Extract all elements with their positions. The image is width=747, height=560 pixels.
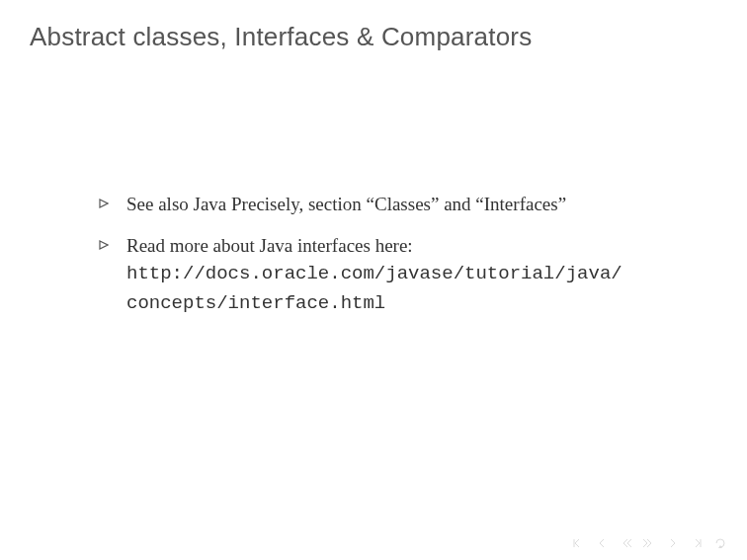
url-line-1: http://docs.oracle.com/javase/tutorial/j… [126,263,622,284]
nav-last-icon[interactable] [690,536,704,550]
nav-next-icon[interactable] [642,536,656,550]
triangle-bullet-icon [99,237,109,256]
list-item: Read more about Java interfaces here: ht… [99,232,668,318]
nav-prev-slide-icon[interactable] [595,536,609,550]
url-line-2: concepts/interface.html [126,292,385,314]
svg-marker-1 [100,241,108,249]
nav-prev-icon[interactable] [619,536,632,550]
bullet-list: See also Java Precisely, section “Classe… [99,191,668,317]
list-item: See also Java Precisely, section “Classe… [99,191,668,218]
slide-content: See also Java Precisely, section “Classe… [99,191,668,317]
nav-next-slide-icon[interactable] [666,536,680,550]
nav-first-icon[interactable] [571,536,585,550]
slide: Abstract classes, Interfaces & Comparato… [0,0,747,560]
list-item-text: Read more about Java interfaces here: [126,235,413,256]
slide-title: Abstract classes, Interfaces & Comparato… [30,22,717,52]
nav-cycle-icon[interactable] [713,536,727,550]
slide-nav [571,536,727,550]
list-item-text: See also Java Precisely, section “Classe… [126,194,566,214]
svg-marker-0 [100,200,108,207]
triangle-bullet-icon [99,196,109,214]
